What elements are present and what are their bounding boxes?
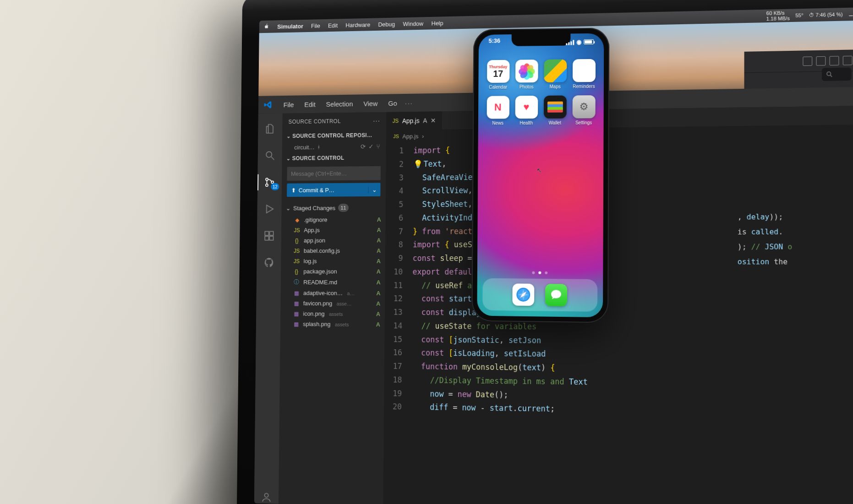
background-search[interactable]	[822, 67, 852, 81]
staged-file[interactable]: JSApp.jsA	[281, 225, 385, 235]
file-name: App.js	[304, 227, 320, 233]
app-label: Photos	[519, 84, 534, 89]
explorer-icon[interactable]	[258, 118, 282, 140]
staged-file[interactable]: {}app.jsonA	[281, 235, 386, 246]
commit-button[interactable]: ⬆Commit & P… ⌄	[287, 183, 380, 197]
check-icon[interactable]: ✓	[368, 143, 374, 150]
run-debug-icon[interactable]	[257, 198, 281, 220]
layout-icon-2[interactable]	[816, 56, 826, 65]
app-health[interactable]: ♥Health	[514, 96, 539, 125]
staged-changes-header[interactable]: ⌄ Staged Changes 11	[281, 201, 385, 215]
file-icon: JS	[293, 227, 300, 233]
dock-app-messages[interactable]	[545, 284, 567, 306]
apple-menu-icon[interactable]	[263, 23, 269, 31]
commit-message-input[interactable]	[287, 166, 380, 181]
file-name: package.json	[303, 268, 337, 275]
temp: 55°	[795, 12, 803, 18]
staged-file[interactable]: ▦splash.pngassetsA	[280, 319, 385, 330]
staged-file[interactable]: JSbabel.config.jsA	[281, 245, 385, 256]
file-status: A	[377, 227, 381, 233]
app-reminders[interactable]: Reminders	[571, 59, 596, 89]
vs-menu-view[interactable]: View	[359, 98, 382, 109]
activity-bar: 12	[254, 114, 283, 504]
menubar-status-area: 60 KB/s1.18 MB/s 55° ⏱ 7:46 (54 %) ⚊	[766, 9, 853, 22]
app-photos[interactable]: Photos	[514, 60, 539, 89]
file-name: adaptive-icon…	[303, 290, 343, 297]
app-calendar[interactable]: Thursday17Calendar	[486, 60, 510, 90]
search-icon[interactable]	[258, 145, 282, 166]
svg-rect-9	[265, 236, 268, 240]
sync-icon[interactable]: ⟳	[361, 143, 366, 150]
file-status: A	[377, 279, 381, 286]
layout-icon-3[interactable]	[830, 56, 839, 65]
layout-icon-1[interactable]	[803, 56, 812, 66]
background-code-fragment: , delay));is called.); // JSON oosition …	[734, 209, 853, 412]
app-label: News	[492, 120, 503, 125]
file-icon: ▦	[292, 321, 299, 327]
file-name: splash.png	[303, 320, 330, 327]
source-control-icon[interactable]: 12	[257, 171, 282, 193]
menu-help[interactable]: Help	[432, 20, 443, 27]
cursor-icon: ↖	[536, 167, 542, 174]
signal-icon	[566, 39, 574, 44]
staged-count-badge: 11	[338, 204, 349, 212]
close-icon[interactable]: ✕	[431, 117, 436, 124]
page-indicator[interactable]	[477, 271, 603, 275]
file-path: assets	[335, 321, 349, 327]
svg-line-3	[271, 157, 274, 160]
js-file-icon: JS	[393, 118, 399, 124]
svg-rect-13	[568, 42, 569, 45]
staged-file[interactable]: JSlog.jsA	[281, 256, 385, 266]
commit-dropdown-icon[interactable]: ⌄	[368, 186, 380, 193]
vs-menu-file[interactable]: File	[279, 99, 298, 110]
vs-menu-selection[interactable]: Selection	[322, 98, 357, 110]
svg-point-4	[266, 178, 268, 180]
chevron-down-icon: ⌄	[286, 156, 290, 162]
iphone-simulator[interactable]: 5:36 ◉ Thursday17CalendarPhotosMapsRemin…	[471, 27, 609, 323]
tab-app-js[interactable]: JS App.js A ✕	[386, 111, 443, 130]
staged-file[interactable]: ▦favicon.pngasse…A	[280, 298, 385, 309]
repo-row[interactable]: circuit… ᚼ ⟳ ✓ ⑂	[282, 141, 386, 153]
layout-icon-4[interactable]	[843, 55, 853, 65]
vs-menu-overflow-icon[interactable]: ···	[405, 99, 413, 107]
dock-app-safari[interactable]	[512, 283, 534, 306]
app-wallet[interactable]: Wallet	[542, 96, 568, 125]
sidebar-more-icon[interactable]: ···	[373, 117, 380, 125]
staged-file[interactable]: ◆.gitignoreA	[281, 214, 385, 225]
app-maps[interactable]: Maps	[542, 59, 568, 89]
app-news[interactable]: NNews	[486, 96, 510, 125]
svg-rect-10	[269, 236, 273, 240]
app-label: Health	[519, 120, 533, 125]
file-name: babel.config.js	[304, 247, 340, 254]
extensions-icon[interactable]	[257, 225, 281, 247]
svg-point-5	[266, 184, 268, 186]
app-label: Maps	[549, 84, 560, 89]
account-icon[interactable]	[254, 486, 279, 504]
menu-file[interactable]: File	[311, 22, 320, 29]
iphone-app-grid: Thursday17CalendarPhotosMapsRemindersNNe…	[478, 54, 604, 130]
app-settings[interactable]: ⚙Settings	[571, 95, 596, 125]
file-status: A	[377, 247, 381, 254]
svg-point-2	[266, 152, 272, 157]
vs-menu-edit[interactable]: Edit	[300, 98, 320, 110]
vs-menu-go[interactable]: Go	[384, 97, 402, 108]
menu-debug[interactable]: Debug	[378, 21, 395, 27]
menu-edit[interactable]: Edit	[328, 22, 338, 29]
repos-section-header[interactable]: ⌄ SOURCE CONTROL REPOSI…	[282, 129, 386, 142]
scm-section-header[interactable]: ⌄ SOURCE CONTROL	[282, 152, 386, 164]
menu-hardware[interactable]: Hardware	[345, 21, 370, 28]
staged-file[interactable]: ⓘREADME.mdA	[281, 276, 385, 288]
staged-file[interactable]: {}package.jsonA	[281, 266, 385, 277]
menu-window[interactable]: Window	[403, 20, 423, 27]
file-name: icon.png	[303, 310, 324, 317]
svg-rect-7	[265, 232, 268, 235]
app-name[interactable]: Simulator	[277, 22, 303, 30]
wifi-icon[interactable]: ⚊	[848, 11, 853, 17]
staged-file[interactable]: ▦adaptive-icon…a…A	[281, 288, 385, 298]
app-label: Wallet	[549, 120, 561, 125]
github-icon[interactable]	[257, 252, 281, 273]
branch-icon[interactable]: ⑂	[377, 143, 380, 150]
file-icon: ▦	[293, 310, 300, 317]
staged-file[interactable]: ▦icon.pngassetsA	[280, 309, 385, 320]
svg-rect-14	[570, 41, 572, 45]
